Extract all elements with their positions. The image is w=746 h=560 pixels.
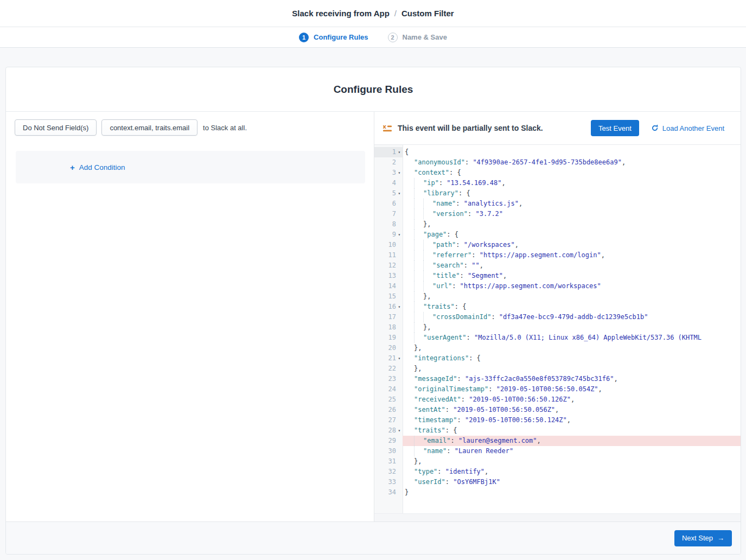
svg-text:x: x (383, 124, 386, 130)
code-line[interactable]: 32"type": "identify", (374, 467, 741, 477)
top-bar: Slack receiving from App / Custom Filter (0, 0, 746, 27)
line-number: 6 (374, 199, 403, 209)
filter-fields-value[interactable]: context.email, traits.email (101, 119, 197, 136)
fold-toggle-icon[interactable]: ▾ (396, 230, 403, 240)
indent-guide (414, 188, 415, 199)
code-line[interactable]: 34} (374, 487, 741, 498)
card-header: Configure Rules (6, 67, 741, 112)
line-number: 21▾ (374, 353, 403, 364)
code-line[interactable]: 14"url": "https://app.segment.com/worksp… (374, 281, 741, 291)
code-line[interactable]: 13"title": "Segment", (374, 271, 741, 281)
indent-guide (414, 446, 415, 456)
line-number: 26 (374, 405, 403, 415)
line-number: 25 (374, 394, 403, 405)
code-line[interactable]: 21▾"integrations": { (374, 353, 741, 364)
fold-toggle-icon[interactable]: ▾ (396, 147, 403, 157)
code-line[interactable]: 30"name": "Lauren Reeder" (374, 446, 741, 456)
code-line[interactable]: 5▾"library": { (374, 188, 741, 199)
code-line[interactable]: 17"crossDomainId": "df3a47ee-bcc9-479d-a… (374, 312, 741, 322)
code-line[interactable]: 10"path": "/workspaces", (374, 240, 741, 250)
indent-guide (423, 312, 424, 322)
code-line[interactable]: 3▾"context": { (374, 168, 741, 178)
arrow-right-icon: → (717, 534, 724, 542)
line-number: 31 (374, 456, 403, 467)
add-condition-button[interactable]: + Add Condition (70, 163, 125, 171)
indent-guide (414, 178, 415, 188)
code-line[interactable]: 25"receivedAt": "2019-05-10T00:56:50.126… (374, 394, 741, 405)
breadcrumb-primary: Slack receiving from App (292, 9, 390, 18)
code-line[interactable]: 7"version": "3.7.2" (374, 209, 741, 219)
code-line[interactable]: 28▾"traits": { (374, 425, 741, 436)
code-line[interactable]: 4"ip": "13.54.169.48", (374, 178, 741, 188)
indent-guide (414, 291, 415, 302)
json-editor[interactable]: 1▾{2"anonymousId": "4f9390ae-2657-4fe1-9… (374, 144, 741, 513)
indent-guide (414, 219, 415, 230)
indent-guide (414, 333, 415, 343)
step-configure-rules[interactable]: 1 Configure Rules (299, 33, 368, 42)
fold-toggle-icon[interactable]: ▾ (396, 353, 403, 364)
code-line[interactable]: 2"anonymousId": "4f9390ae-2657-4fe1-9d95… (374, 157, 741, 168)
line-number: 4 (374, 178, 403, 188)
fold-toggle-icon[interactable]: ▾ (396, 168, 403, 178)
line-number: 9▾ (374, 230, 403, 240)
page: Configure Rules Do Not Send Field(s) con… (0, 48, 746, 555)
code-line[interactable]: 15}, (374, 291, 741, 302)
code-line[interactable]: 12"search": "", (374, 260, 741, 271)
line-number: 1▾ (374, 147, 403, 157)
test-event-button[interactable]: Test Event (591, 120, 639, 136)
code-line[interactable]: 19"userAgent": "Mozilla/5.0 (X11; Linux … (374, 333, 741, 343)
preview-header: x This event will be partially sent to S… (374, 112, 741, 144)
horizontal-scrollbar[interactable] (374, 513, 741, 521)
indent-guide (414, 260, 415, 271)
line-number: 17 (374, 312, 403, 322)
indent-guide (423, 240, 424, 250)
code-line[interactable]: 9▾"page": { (374, 230, 741, 240)
step2-label: Name & Save (403, 33, 447, 41)
code-line[interactable]: 23"messageId": "ajs-33ffc2ac0a550e8f0537… (374, 374, 741, 384)
filter-rule-row: Do Not Send Field(s) context.email, trai… (15, 119, 365, 136)
step-name-and-save[interactable]: 2 Name & Save (388, 33, 447, 42)
indent-guide (423, 271, 424, 281)
fold-toggle-icon[interactable]: ▾ (396, 425, 403, 436)
fold-toggle-icon[interactable]: ▾ (396, 302, 403, 312)
line-number: 3▾ (374, 168, 403, 178)
line-number: 8 (374, 219, 403, 230)
step1-circle: 1 (299, 33, 309, 42)
line-number: 16▾ (374, 302, 403, 312)
code-line[interactable]: 24"originalTimestamp": "2019-05-10T00:56… (374, 384, 741, 394)
indent-guide (414, 312, 415, 322)
code-line[interactable]: 11"referrer": "https://app.segment.com/l… (374, 250, 741, 260)
code-line[interactable]: 31}, (374, 456, 741, 467)
line-number: 15 (374, 291, 403, 302)
indent-guide (414, 436, 415, 446)
line-number: 13 (374, 271, 403, 281)
line-number: 19 (374, 333, 403, 343)
code-line[interactable]: 16▾"traits": { (374, 302, 741, 312)
code-line[interactable]: 8}, (374, 219, 741, 230)
load-another-event-link[interactable]: Load Another Event (651, 124, 724, 132)
indent-guide (423, 250, 424, 260)
code-line[interactable]: 6"name": "analytics.js", (374, 199, 741, 209)
line-number: 10 (374, 240, 403, 250)
next-step-button[interactable]: Next Step → (674, 530, 732, 546)
code-line[interactable]: 22}, (374, 364, 741, 374)
code-line[interactable]: 1▾{ (374, 147, 741, 157)
filter-type-selector[interactable]: Do Not Send Field(s) (15, 119, 97, 136)
code-line[interactable]: 18}, (374, 322, 741, 333)
code-line[interactable]: 33"userId": "OsY6MFBj1K" (374, 477, 741, 487)
line-number: 2 (374, 157, 403, 168)
refresh-icon (651, 124, 659, 132)
line-number: 5▾ (374, 188, 403, 199)
configure-rules-card: Configure Rules Do Not Send Field(s) con… (5, 67, 741, 555)
indent-guide (414, 199, 415, 209)
line-number: 22 (374, 364, 403, 374)
line-number: 34 (374, 487, 403, 498)
fold-toggle-icon[interactable]: ▾ (396, 188, 403, 199)
indent-guide (414, 240, 415, 250)
code-line[interactable]: 20}, (374, 343, 741, 353)
code-line[interactable]: 27"timestamp": "2019-05-10T00:56:50.124Z… (374, 415, 741, 425)
code-line[interactable]: 26"sentAt": "2019-05-10T00:56:50.056Z", (374, 405, 741, 415)
line-number: 32 (374, 467, 403, 477)
filter-rules-panel: Do Not Send Field(s) context.email, trai… (6, 112, 374, 521)
code-line-highlighted[interactable]: 29"email": "lauren@segment.com", (374, 436, 741, 446)
